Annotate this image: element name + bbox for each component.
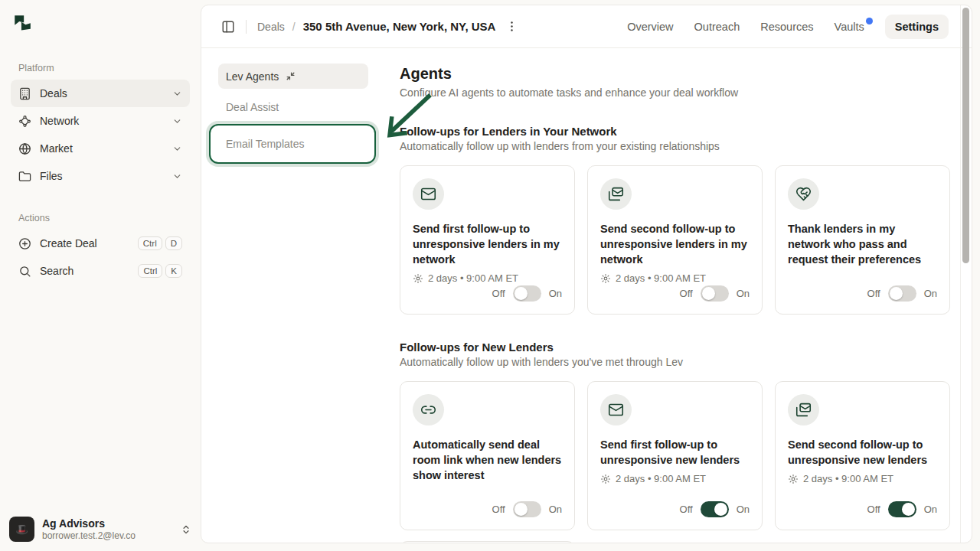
tab-vaults[interactable]: Vaults xyxy=(835,21,864,33)
tab-outreach[interactable]: Outreach xyxy=(694,21,740,33)
toggle-off-label: Off xyxy=(492,504,505,515)
breadcrumb-current-deal: 350 5th Avenue, New York, NY, USA xyxy=(303,20,496,33)
toggle-row: Off On xyxy=(600,285,750,302)
agents-content: Agents Configure AI agents to automate t… xyxy=(400,48,972,543)
ellipsis-vertical-icon[interactable] xyxy=(505,20,518,33)
agent-toggle[interactable] xyxy=(513,501,541,517)
kbd-k: K xyxy=(165,264,182,278)
card-row: Automatically send deal room link when n… xyxy=(400,381,972,530)
toggle-row: Off On xyxy=(788,285,937,302)
kbd-ctrl: Ctrl xyxy=(138,264,162,278)
toggle-row: Off On xyxy=(788,501,937,517)
sidebar-item-label: Deals xyxy=(40,87,172,99)
tab-settings[interactable]: Settings xyxy=(885,15,949,39)
toggle-on-label: On xyxy=(924,288,937,299)
section-description: Automatically follow up with lenders you… xyxy=(400,356,972,368)
chevrons-up-down-icon xyxy=(181,524,191,535)
settings-subnav: Lev Agents Deal Assist Email Templates xyxy=(201,48,400,543)
sidebar-item-deals[interactable]: Deals xyxy=(11,80,190,107)
create-deal-button[interactable]: Create Deal Ctrl D xyxy=(11,230,190,257)
chevron-down-icon xyxy=(172,116,182,126)
search-button[interactable]: Search Ctrl K xyxy=(11,257,190,285)
network-icon xyxy=(18,115,31,128)
globe-icon xyxy=(18,142,31,155)
toggle-off-label: Off xyxy=(680,504,693,515)
agent-card-title: Send first follow-up to unresponsive new… xyxy=(600,437,750,468)
toggle-on-label: On xyxy=(924,504,937,515)
tab-resources[interactable]: Resources xyxy=(760,21,813,33)
sidebar-item-files[interactable]: Files xyxy=(11,162,190,190)
user-account-menu[interactable]: 🎩 Ag Advisors borrower.test.2@lev.co xyxy=(9,517,191,542)
section-heading: Follow-ups for New Lenders xyxy=(400,341,972,354)
subnav-item-label: Lev Agents xyxy=(226,70,279,83)
agent-card-second-followup-network: Send second follow-up to unresponsive le… xyxy=(587,165,763,315)
agent-card-schedule: 2 days • 9:00 AM ET xyxy=(600,272,750,284)
agent-card-first-followup-new: Send first follow-up to unresponsive new… xyxy=(587,381,763,530)
agent-toggle[interactable] xyxy=(888,285,916,302)
gear-icon xyxy=(788,474,799,484)
section-description: Automatically follow up with lenders fro… xyxy=(400,140,972,152)
agent-card-title: Send second follow-up to unresponsive ne… xyxy=(788,437,937,468)
toggle-knob xyxy=(514,287,528,300)
panel-left-toggle-icon[interactable] xyxy=(221,20,235,34)
toggle-knob xyxy=(714,503,727,516)
gear-icon xyxy=(600,273,611,284)
shrink-icon xyxy=(286,71,296,81)
toggle-knob xyxy=(902,503,915,516)
toggle-on-label: On xyxy=(737,504,750,515)
mails-icon xyxy=(600,178,632,210)
agent-card-title: Thank lenders in my network who pass and… xyxy=(788,221,937,267)
toggle-off-label: Off xyxy=(867,288,880,299)
mail-icon xyxy=(600,394,632,425)
agent-card-clipped xyxy=(400,541,575,543)
mail-icon xyxy=(413,178,444,210)
toggle-on-label: On xyxy=(549,504,562,515)
sidebar-item-network[interactable]: Network xyxy=(11,107,190,135)
agent-toggle[interactable] xyxy=(888,501,916,517)
notification-dot xyxy=(866,18,873,24)
gear-icon xyxy=(600,474,611,484)
toggle-row: Off On xyxy=(413,285,562,302)
subnav-item-deal-assist[interactable]: Deal Assist xyxy=(218,96,389,118)
agent-card-schedule: 2 days • 9:00 AM ET xyxy=(413,272,562,284)
building-icon xyxy=(18,87,31,100)
toggle-on-label: On xyxy=(549,288,562,299)
email-templates-focus-ring: Email Templates xyxy=(209,124,376,164)
sidebar-item-market[interactable]: Market xyxy=(11,135,190,162)
deal-tab-nav: Overview Outreach Resources Vaults Setti… xyxy=(627,15,949,39)
shortcut-keys: Ctrl D xyxy=(138,236,182,250)
tab-overview[interactable]: Overview xyxy=(627,21,673,33)
heart-handshake-icon xyxy=(788,178,819,210)
subnav-item-email-templates[interactable]: Email Templates xyxy=(226,138,304,150)
breadcrumb-separator: / xyxy=(292,21,296,33)
agent-toggle[interactable] xyxy=(701,501,729,517)
main-panel: Deals / 350 5th Avenue, New York, NY, US… xyxy=(201,5,972,543)
shortcut-keys: Ctrl K xyxy=(138,264,182,278)
mails-icon xyxy=(788,394,819,425)
toggle-knob xyxy=(890,287,903,300)
subnav-item-lev-agents[interactable]: Lev Agents xyxy=(218,64,368,89)
agent-card-schedule: 2 days • 9:00 AM ET xyxy=(788,473,937,484)
breadcrumb-deals[interactable]: Deals xyxy=(257,21,285,33)
scrollbar-thumb[interactable] xyxy=(962,8,969,263)
toggle-row: Off On xyxy=(600,501,750,517)
folder-icon xyxy=(18,170,31,183)
user-email: borrower.test.2@lev.co xyxy=(42,530,181,541)
toggle-off-label: Off xyxy=(680,288,693,299)
sidebar-item-label: Market xyxy=(40,142,172,155)
agent-card-title: Automatically send deal room link when n… xyxy=(413,437,562,483)
agent-card-title: Send second follow-up to unresponsive le… xyxy=(600,221,750,267)
chevron-down-icon xyxy=(172,171,182,181)
panel-header: Deals / 350 5th Avenue, New York, NY, US… xyxy=(201,5,972,48)
toggle-knob xyxy=(514,503,528,516)
card-row: Send first follow-up to unresponsive len… xyxy=(400,165,972,315)
agent-card-schedule: 2 days • 9:00 AM ET xyxy=(600,473,750,484)
sidebar-item-label: Files xyxy=(40,170,172,182)
search-icon xyxy=(18,265,31,278)
agent-toggle[interactable] xyxy=(701,285,729,302)
agent-toggle[interactable] xyxy=(513,285,541,302)
kbd-d: D xyxy=(165,236,182,250)
kbd-ctrl: Ctrl xyxy=(138,236,162,250)
section-heading: Follow-ups for Lenders in Your Network xyxy=(400,125,972,138)
link-icon xyxy=(413,394,444,425)
